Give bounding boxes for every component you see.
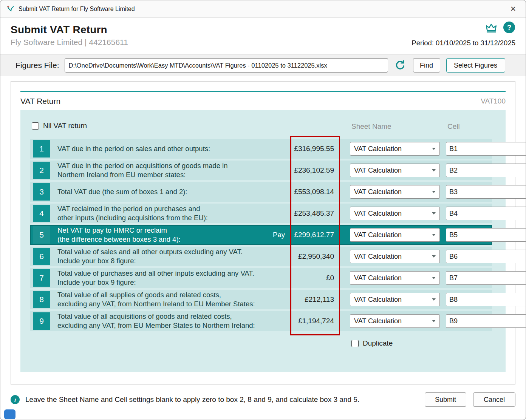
chevron-down-icon (432, 298, 436, 301)
vat-return-panel: VAT Return VAT100 Nil VAT return Sheet N… (11, 81, 515, 384)
box-description: VAT reclaimed in the period on purchases… (57, 204, 208, 223)
chevron-down-icon (432, 212, 436, 215)
footer-bar: i Leave the Sheet Name and Cell settings… (11, 392, 515, 407)
cell-input[interactable] (446, 293, 526, 306)
sheet-name-value: VAT Calculation (354, 145, 402, 153)
chevron-down-icon (432, 234, 436, 236)
help-icon[interactable]: ? (503, 22, 515, 33)
sheet-name-select[interactable]: VAT Calculation (350, 185, 440, 199)
vat-form-area: Nil VAT return Sheet Name Cell 1 VAT due… (20, 110, 506, 372)
panel-header: VAT Return VAT100 (20, 97, 506, 106)
box-amount: £1,194,724 (290, 317, 339, 325)
sheet-name-select[interactable]: VAT Calculation (350, 314, 440, 328)
box-amount: £0 (290, 274, 339, 282)
chevron-down-icon (432, 191, 436, 193)
figures-file-input[interactable] (65, 58, 388, 73)
submit-vat-return-dialog: { "window": { "title": "Submit VAT Retur… (0, 0, 526, 420)
box-number-badge: 6 (33, 248, 50, 265)
sheet-name-value: VAT Calculation (354, 253, 402, 261)
table-row-box8: 8 Total value of all supplies of goods a… (30, 290, 492, 309)
crown-icon[interactable] (485, 22, 498, 34)
box-amount: £2,950,340 (290, 252, 339, 261)
box-description: Net VAT to pay to HMRC or reclaim (the d… (57, 226, 181, 244)
table-row-box3: 3 Total VAT due (the sum of boxes 1 and … (30, 182, 492, 202)
sheet-name-select[interactable]: VAT Calculation (350, 293, 440, 306)
table-row-box6: 6 Total value of sales and all other out… (30, 247, 492, 266)
table-row-box4: 4 VAT reclaimed in the period on purchas… (30, 204, 492, 223)
sheet-name-value: VAT Calculation (354, 188, 402, 196)
cell-input[interactable] (446, 164, 526, 177)
sheet-name-select[interactable]: VAT Calculation (350, 142, 440, 156)
box-description: Total VAT due (the sum of boxes 1 and 2)… (57, 187, 187, 196)
teal-divider (20, 91, 506, 92)
box-description: VAT due in the period on acquisitions of… (57, 161, 227, 180)
app-icon (6, 5, 15, 13)
box-number-badge: 8 (33, 291, 50, 308)
vat-return-heading: VAT Return (20, 97, 60, 106)
cell-input[interactable] (446, 271, 526, 285)
table-row-box7: 7 Total value of purchases and all other… (30, 268, 492, 288)
box-number-badge: 9 (33, 312, 50, 330)
box-number-badge: 5 (33, 226, 50, 244)
box-description: Total value of purchases and all other i… (57, 269, 254, 287)
vat-rows: 1 VAT due in the period on sales and oth… (20, 139, 506, 333)
box-amount: £316,995.55 (290, 145, 339, 153)
page-header: Submit VAT Return Fly Software Limited |… (0, 18, 526, 54)
duplicate-row: Duplicate (351, 339, 393, 347)
sheet-name-select[interactable]: VAT Calculation (350, 207, 440, 220)
sheet-name-select[interactable]: VAT Calculation (350, 164, 440, 177)
box-number-badge: 7 (33, 269, 50, 287)
info-icon: i (11, 395, 20, 404)
box-amount: £253,485.37 (290, 209, 339, 218)
table-row-box9: 9 Total value of all acquisitions of goo… (30, 311, 492, 331)
sheet-name-select[interactable]: VAT Calculation (350, 271, 440, 285)
cell-input[interactable] (446, 207, 526, 220)
figures-file-label: Figures File: (15, 61, 59, 70)
table-row-box2: 2 VAT due in the period on acquisitions … (30, 161, 492, 180)
duplicate-checkbox[interactable] (351, 340, 359, 347)
sheet-name-value: VAT Calculation (354, 317, 402, 325)
chevron-down-icon (432, 255, 436, 258)
cell-input[interactable] (446, 314, 526, 328)
sheet-name-value: VAT Calculation (354, 210, 402, 218)
sheet-name-value: VAT Calculation (354, 296, 402, 304)
select-figures-button[interactable]: Select Figures (446, 58, 505, 73)
box-description: Total value of sales and all other outpu… (57, 247, 243, 266)
nil-vat-row: Nil VAT return (32, 122, 87, 130)
sheet-name-column-header: Sheet Name (351, 122, 391, 131)
box-amount: £236,102.59 (290, 166, 339, 174)
chevron-down-icon (432, 169, 436, 171)
background-app-icon-fragment (4, 409, 15, 419)
table-row-box5-highlighted: 5 Net VAT to pay to HMRC or reclaim (the… (30, 225, 492, 245)
cancel-button[interactable]: Cancel (473, 392, 515, 407)
cell-input[interactable] (446, 228, 526, 242)
sheet-name-select[interactable]: VAT Calculation (350, 228, 440, 242)
box-description: Total value of all acquisitions of goods… (57, 312, 255, 330)
footer-note: Leave the Sheet Name and Cell settings b… (25, 395, 359, 404)
table-row-box1: 1 VAT due in the period on sales and oth… (30, 139, 492, 159)
find-button[interactable]: Find (413, 58, 440, 73)
duplicate-label: Duplicate (363, 339, 393, 347)
period-label: Period: 01/10/2025 to 31/12/2025 (412, 39, 515, 47)
window-title: Submit VAT Return for Fly Software Limit… (19, 6, 135, 12)
sheet-name-value: VAT Calculation (354, 167, 402, 174)
box-number-badge: 1 (33, 140, 50, 158)
cell-input[interactable] (446, 185, 526, 199)
page-title: Submit VAT Return (11, 24, 515, 36)
refresh-icon[interactable] (394, 59, 406, 71)
cell-input[interactable] (446, 250, 526, 263)
nil-vat-label: Nil VAT return (43, 122, 87, 130)
close-icon[interactable]: ✕ (507, 3, 520, 15)
chevron-down-icon (432, 320, 436, 322)
submit-button[interactable]: Submit (425, 392, 466, 407)
box-amount: £553,098.14 (290, 188, 339, 196)
figures-file-bar: Figures File: Find Select Figures (0, 54, 526, 76)
box-description: Total value of all supplies of goods and… (57, 290, 255, 309)
box-number-badge: 4 (33, 205, 50, 222)
nil-vat-checkbox[interactable] (32, 122, 39, 130)
sheet-name-select[interactable]: VAT Calculation (350, 250, 440, 263)
cell-input[interactable] (446, 142, 526, 156)
box-number-badge: 2 (33, 162, 50, 179)
sheet-name-value: VAT Calculation (354, 274, 402, 282)
sheet-name-value: VAT Calculation (354, 231, 402, 239)
